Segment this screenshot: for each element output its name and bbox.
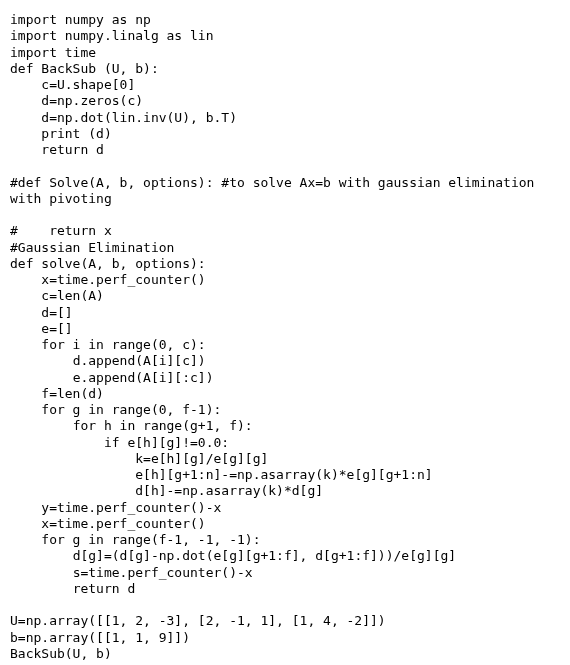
code-block: import numpy as np import numpy.linalg a… [0,0,570,665]
code-content: import numpy as np import numpy.linalg a… [10,12,542,661]
